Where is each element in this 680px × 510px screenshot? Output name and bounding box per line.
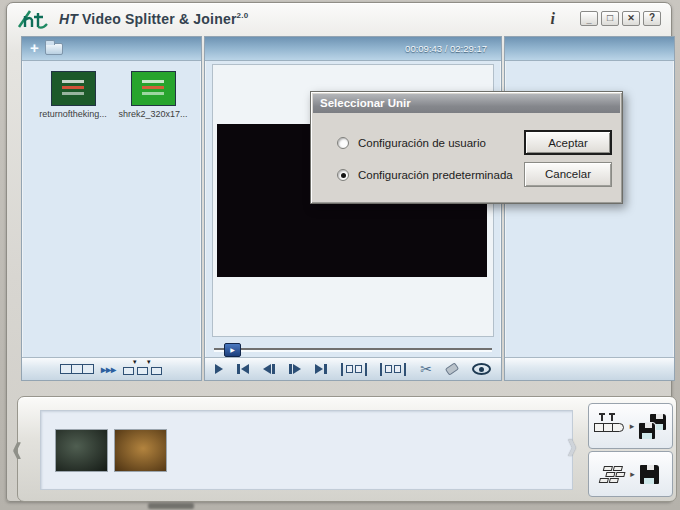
timeline-tray: ‹ › ▸ ▸ — [17, 396, 677, 502]
arrow-icon: ▸ — [630, 469, 635, 479]
open-folder-icon[interactable] — [45, 43, 63, 55]
timeline-strip — [40, 410, 573, 490]
source-panel-toolbar: + — [22, 37, 201, 61]
timecode-display: 00:09:43 / 02:29:17 — [405, 43, 495, 54]
split-markers-icon[interactable]: ▾ ▾ — [123, 367, 162, 375]
fast-forward-icon[interactable]: ▸▸▸ — [101, 364, 116, 375]
step-forward-icon[interactable] — [289, 364, 301, 374]
titlebar[interactable]: HTVideo Splitter & Joiner2.0 i _ □ ✕ ? — [7, 3, 671, 34]
arrow-icon: ▸ — [630, 421, 635, 431]
minimize-button[interactable]: _ — [580, 11, 598, 26]
clip-name: shrek2_320x17... — [114, 109, 192, 119]
split-segments-icon — [595, 414, 625, 438]
clip-thumbnail[interactable] — [131, 71, 176, 106]
radio-option-user-config[interactable]: Configuración de usuario — [337, 137, 486, 149]
app-title: HTVideo Splitter & Joiner2.0 — [59, 11, 248, 27]
radio-icon[interactable] — [337, 137, 349, 149]
source-clips-panel: + returnoftheking... shrek2_320x17... ▸▸… — [21, 36, 202, 381]
screenshot-artifact — [148, 503, 194, 509]
maximize-button[interactable]: □ — [601, 11, 619, 26]
output-panel — [504, 36, 675, 381]
source-clips-list: returnoftheking... shrek2_320x17... — [22, 61, 201, 357]
source-panel-footer: ▸▸▸ ▾ ▾ — [22, 357, 201, 380]
output-panel-header — [505, 37, 674, 61]
timeline-thumbnail[interactable] — [55, 429, 108, 472]
scroll-right-icon[interactable]: › — [567, 427, 577, 463]
go-start-icon[interactable] — [237, 364, 249, 374]
radio-icon[interactable] — [337, 169, 349, 181]
step-back-icon[interactable] — [263, 364, 275, 374]
seek-handle[interactable]: ▶ — [224, 343, 241, 357]
ht-logo-icon — [17, 7, 53, 31]
cut-icon[interactable]: ✂ — [420, 362, 432, 376]
scroll-left-icon[interactable]: ‹ — [12, 430, 22, 466]
joined-segments-icon — [600, 465, 627, 483]
mark-out-icon[interactable] — [380, 363, 406, 376]
radio-option-default-config[interactable]: Configuración predeterminada — [337, 169, 513, 181]
filmstrip-icon[interactable] — [61, 364, 94, 374]
close-button[interactable]: ✕ — [622, 11, 640, 26]
add-clip-icon[interactable]: + — [30, 39, 39, 56]
timeline-thumbnail[interactable] — [114, 429, 167, 472]
save-joined-file-button[interactable]: ▸ — [588, 451, 673, 497]
go-end-icon[interactable] — [315, 364, 327, 374]
clip-item[interactable]: shrek2_320x17... — [114, 71, 192, 119]
preview-panel: 00:09:43 / 02:29:17 ▶ ✂ — [204, 36, 502, 381]
erase-icon[interactable] — [445, 362, 459, 375]
help-button[interactable]: ? — [643, 11, 661, 26]
radio-label: Configuración de usuario — [358, 137, 486, 149]
play-icon[interactable] — [215, 364, 223, 374]
mark-in-icon[interactable] — [341, 363, 367, 376]
save-split-segments-button[interactable]: ▸ — [588, 403, 673, 449]
save-multiple-files-icon — [639, 414, 666, 439]
preview-panel-header: 00:09:43 / 02:29:17 — [205, 37, 501, 61]
version-superscript: 2.0 — [237, 11, 249, 20]
app-window: HTVideo Splitter & Joiner2.0 i _ □ ✕ ? +… — [6, 2, 672, 502]
clip-name: returnoftheking... — [34, 109, 112, 119]
cancel-button[interactable]: Cancelar — [524, 162, 612, 187]
clip-thumbnail[interactable] — [51, 71, 96, 106]
radio-label: Configuración predeterminada — [358, 169, 513, 181]
seek-slider[interactable]: ▶ — [212, 342, 494, 359]
clip-item[interactable]: returnoftheking... — [34, 71, 112, 119]
save-single-file-icon — [640, 465, 659, 484]
dialog-titlebar[interactable]: Seleccionar Unir — [313, 94, 620, 113]
seek-track[interactable] — [214, 348, 492, 350]
output-panel-footer — [505, 357, 674, 380]
seleccionar-unir-dialog: Seleccionar Unir Configuración de usuari… — [310, 91, 623, 204]
accept-button[interactable]: Aceptar — [524, 130, 612, 155]
transport-toolbar: ✂ — [205, 357, 501, 380]
preview-eye-icon[interactable] — [472, 363, 491, 375]
info-icon[interactable]: i — [551, 10, 555, 28]
